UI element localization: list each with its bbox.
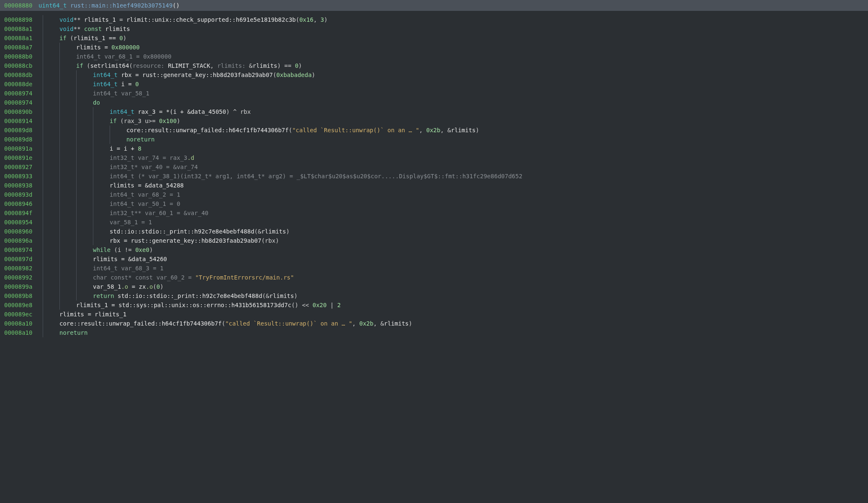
indent-guide: [93, 227, 110, 236]
indent-guide: [93, 116, 110, 126]
code-line[interactable]: 00008974do: [0, 98, 868, 107]
indent-guide: [43, 181, 59, 190]
code-line[interactable]: 00008954var_58_1 = 1: [0, 218, 868, 227]
code-line[interactable]: 000088a7rlimits = 0x800000: [0, 43, 868, 52]
address[interactable]: 00008a10: [0, 319, 39, 328]
address[interactable]: 0000891a: [0, 144, 39, 153]
address[interactable]: 00008898: [0, 15, 39, 24]
address[interactable]: 000088cb: [0, 61, 39, 70]
code-line[interactable]: 00008898void** rlimits_1 = rlimit::unix:…: [0, 15, 868, 24]
code-line[interactable]: 00008927int32_t* var_40 = &var_74: [0, 162, 868, 172]
return-type: uint64_t: [39, 2, 67, 9]
code-line[interactable]: 00008a10core::result::unwrap_failed::h64…: [0, 319, 868, 328]
token: rbx = rust::generate_key::hb8d203faab29a…: [110, 237, 261, 244]
code-line[interactable]: 00008974int64_t var_58_1: [0, 89, 868, 98]
code-line[interactable]: 000088b0int64_t var_68_1 = 0x800000: [0, 52, 868, 61]
code-line[interactable]: 00008982int64_t var_68_3 = 1: [0, 264, 868, 273]
address[interactable]: 0000890b: [0, 107, 39, 116]
address[interactable]: 00008933: [0, 172, 39, 181]
code-line[interactable]: 0000890bint64_t rax_3 = *(i + &data_4505…: [0, 107, 868, 116]
code-line[interactable]: 0000899avar_58_1.o = zx.o(0): [0, 282, 868, 291]
address[interactable]: 000089d8: [0, 126, 39, 135]
token-group: rlimits = 0x800000: [76, 44, 140, 51]
address[interactable]: 000089e8: [0, 300, 39, 310]
indent-guide: [76, 282, 93, 291]
code-line[interactable]: 0000891eint32_t var_74 = rax_3.d: [0, 153, 868, 162]
token: ): [294, 293, 297, 299]
indent-guide: [93, 126, 110, 135]
token: ,: [419, 127, 426, 133]
address[interactable]: 0000893d: [0, 190, 39, 199]
code-content: i = i + 8: [39, 144, 141, 153]
code-line[interactable]: 0000893dint64_t var_68_2 = 1: [0, 190, 868, 199]
code-line[interactable]: 00008a10noreturn: [0, 328, 868, 337]
address[interactable]: 00008960: [0, 227, 39, 236]
indent-guide: [43, 80, 59, 89]
code-line[interactable]: 00008992char const* const var_60_2 = "Tr…: [0, 273, 868, 282]
address[interactable]: 0000891e: [0, 153, 39, 162]
code-line[interactable]: 000088a1void** const rlimits: [0, 24, 868, 33]
code-line[interactable]: 00008914if (rax_3 u>= 0x100): [0, 116, 868, 126]
code-line[interactable]: 0000897drlimits = &data_54260: [0, 254, 868, 264]
indent-guide: [59, 144, 76, 153]
address[interactable]: 00008938: [0, 181, 39, 190]
token: int64_t var_68_1 = 0x800000: [76, 53, 172, 60]
address[interactable]: 000088a1: [0, 33, 39, 43]
token: char const* const var_60_2 =: [93, 274, 195, 281]
code-line[interactable]: 000088dbint64_t rbx = rust::generate_key…: [0, 70, 868, 80]
address[interactable]: 00008974: [0, 245, 39, 254]
code-line[interactable]: 000088cbif (setrlimit64(resource: RLIMIT…: [0, 61, 868, 70]
code-line[interactable]: 00008938rlimits = &data_54288: [0, 181, 868, 190]
address[interactable]: 000088a1: [0, 24, 39, 33]
token: rlimits = rlimits_1: [59, 311, 126, 318]
code-line[interactable]: 00008974while (i != 0xe0): [0, 245, 868, 254]
address[interactable]: 00008974: [0, 98, 39, 107]
code-line[interactable]: 00008960std::io::stdio::_print::h92c7e8e…: [0, 227, 868, 236]
token: noreturn: [126, 136, 154, 143]
code-line[interactable]: 000088deint64_t i = 0: [0, 80, 868, 89]
address[interactable]: 00008992: [0, 273, 39, 282]
token: (rax_3 u>=: [117, 118, 159, 124]
address[interactable]: 00008982: [0, 264, 39, 273]
address[interactable]: 00008a10: [0, 328, 39, 337]
address[interactable]: 00008954: [0, 218, 39, 227]
code-line[interactable]: 0000894fint32_t** var_60_1 = &var_40: [0, 208, 868, 218]
token-group: rbx = rust::generate_key::hb8d203faab29a…: [110, 237, 279, 244]
token: 0: [135, 81, 139, 87]
code-line[interactable]: 0000896arbx = rust::generate_key::hb8d20…: [0, 236, 868, 245]
indent-guide: [43, 153, 59, 162]
indent-guide: [59, 172, 76, 181]
indent-guide: [59, 208, 76, 218]
code-line[interactable]: 000089b8return std::io::stdio::_print::h…: [0, 291, 868, 300]
code-line[interactable]: 0000891ai = i + 8: [0, 144, 868, 153]
code-line[interactable]: 000089ecrlimits = rlimits_1: [0, 310, 868, 319]
address[interactable]: 00008974: [0, 89, 39, 98]
address[interactable]: 0000896a: [0, 236, 39, 245]
address[interactable]: 00008927: [0, 162, 39, 172]
code-line[interactable]: 000089d8noreturn: [0, 135, 868, 144]
address[interactable]: 0000899a: [0, 282, 39, 291]
code-line[interactable]: 00008933int64_t (* var_38_1)(int32_t* ar…: [0, 172, 868, 181]
indent-guide: [76, 126, 93, 135]
address[interactable]: 000088a7: [0, 43, 39, 52]
address[interactable]: 000088de: [0, 80, 39, 89]
address[interactable]: 000089ec: [0, 310, 39, 319]
address[interactable]: 000089d8: [0, 135, 39, 144]
code-line[interactable]: 000088a1if (rlimits_1 == 0): [0, 33, 868, 43]
token: if: [110, 118, 117, 124]
code-line[interactable]: 000089d8core::result::unwrap_failed::h64…: [0, 126, 868, 135]
address[interactable]: 00008946: [0, 199, 39, 208]
token: void: [59, 26, 74, 32]
address[interactable]: 0000894f: [0, 208, 39, 218]
indent-guide: [76, 264, 93, 273]
address[interactable]: 0000897d: [0, 254, 39, 264]
address[interactable]: 000088b0: [0, 52, 39, 61]
address[interactable]: 000088db: [0, 70, 39, 80]
address[interactable]: 00008914: [0, 116, 39, 126]
code-content: rbx = rust::generate_key::hb8d203faab29a…: [39, 236, 279, 245]
code-line[interactable]: 000089e8rlimits_1 = std::sys::pal::unix:…: [0, 300, 868, 310]
address[interactable]: 000089b8: [0, 291, 39, 300]
token: ): [298, 62, 302, 69]
code-line[interactable]: 00008946int64_t var_50_1 = 0: [0, 199, 868, 208]
function-name[interactable]: rust::main::h1eef4902b3075149: [70, 2, 172, 9]
